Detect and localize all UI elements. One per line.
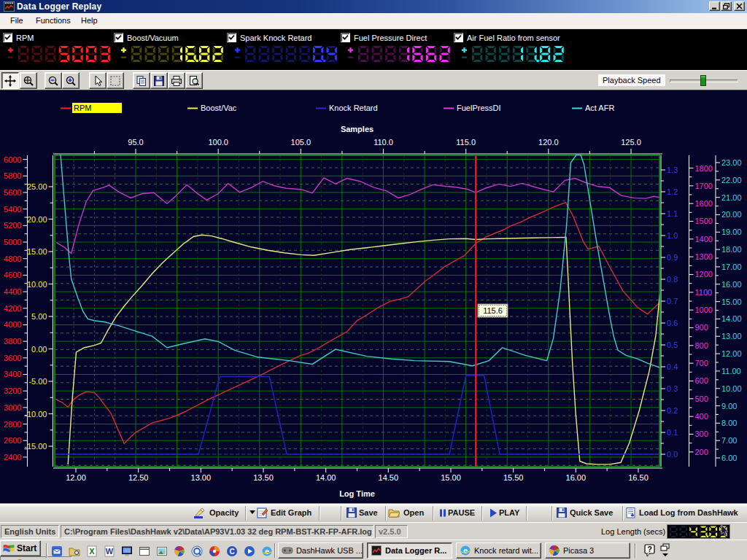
open-button-label[interactable]: Open <box>403 508 424 517</box>
axis-tick-label-afr: 12.00 <box>721 349 742 358</box>
task-label: Data Logger R... <box>385 546 446 555</box>
channel-checkbox-rpm[interactable]: RPM <box>3 33 34 42</box>
svg-text:e: e <box>265 547 269 556</box>
quick-save-icon[interactable] <box>556 507 568 519</box>
legend-label[interactable]: Boost/Vac <box>201 104 237 112</box>
cursor-tooltip-label: 115.6 <box>483 306 503 315</box>
menu-item-functions[interactable]: Functions <box>36 16 71 25</box>
legend-label[interactable]: Act AFR <box>585 104 614 112</box>
channel-label-boost: Boost/Vacuum <box>127 34 179 42</box>
close-button[interactable] <box>734 1 745 11</box>
taskbar-divider <box>274 543 276 558</box>
led-display-rpm <box>8 45 117 70</box>
task-button-picasa[interactable]: Picasa 3 <box>545 542 630 559</box>
transport-bar: OpacityEdit GraphSaveOpenPAUSEPLAYQuick … <box>0 503 747 522</box>
print-tool-button[interactable] <box>168 72 185 89</box>
legend-label[interactable]: RPM <box>74 104 91 112</box>
excel-icon[interactable]: X <box>86 545 98 557</box>
axis-tick-label-afr: 8.00 <box>721 419 737 427</box>
led-display-fuel <box>348 45 457 70</box>
folder-search-icon[interactable] <box>69 545 80 557</box>
picasa-small-icon[interactable] <box>174 545 185 557</box>
x-axis-title: Log Time <box>339 489 375 498</box>
photo-viewer-icon[interactable] <box>156 545 168 557</box>
transport-divider <box>526 506 527 521</box>
window-icon[interactable] <box>139 545 150 557</box>
pan-tool-button[interactable] <box>1 72 19 89</box>
chart-canvas[interactable]: RPMBoost/VacKnock RetardFuelPressDIAct A… <box>0 90 747 503</box>
channel-label-fuel: Fuel Pressure Direct <box>354 34 427 42</box>
select-rect-tool-button[interactable] <box>107 72 124 89</box>
edit-graph-icon[interactable] <box>257 507 268 519</box>
axis-tick-label-afr: 18.00 <box>721 245 742 254</box>
quicktime-icon[interactable] <box>191 545 203 557</box>
axis-tick-label-fuel: 400 <box>695 412 708 421</box>
channel-checkbox-boost[interactable]: Boost/Vacuum <box>114 33 179 42</box>
opacity-button-label[interactable]: Opacity <box>209 508 239 517</box>
task-button-dashhawk[interactable]: DashHawk USB ... <box>278 542 363 559</box>
axis-tick-label-afr: 9.00 <box>721 402 737 411</box>
checkbox-fuel[interactable] <box>341 33 350 42</box>
legend-label[interactable]: Knock Retard <box>329 104 378 112</box>
close-icon <box>736 3 743 9</box>
word-icon[interactable]: W <box>104 545 115 557</box>
restore-button[interactable] <box>721 1 732 11</box>
axis-tick-label-rpm: 5400 <box>4 205 21 214</box>
pointer-tool-button[interactable] <box>89 72 107 89</box>
save-button-label[interactable]: Save <box>359 508 378 517</box>
checkbox-boost[interactable] <box>114 33 123 42</box>
axis-tick-label-afr: 20.00 <box>721 210 742 219</box>
playback-speed-thumb[interactable] <box>700 75 706 86</box>
zoom-pan-tool-button[interactable] <box>20 72 37 89</box>
load-log-icon[interactable] <box>625 507 637 519</box>
channel-label-afr: Air Fuel Ratio from sensor <box>467 34 560 42</box>
bottom-axis-tick-label: 12.00 <box>66 473 86 482</box>
copy-tool-button[interactable] <box>133 72 150 89</box>
help-tray-icon[interactable]: ? <box>644 544 656 557</box>
outlook-express-icon[interactable] <box>51 545 63 557</box>
media-disc-icon[interactable] <box>209 545 220 557</box>
axis-tick-label-knock: 0.1 <box>667 428 678 437</box>
select-rect-tool-icon <box>109 75 121 87</box>
ie-small-icon[interactable]: e <box>261 545 273 557</box>
wmp-icon[interactable] <box>244 545 255 557</box>
bottom-axis-tick-label: 15.00 <box>441 473 461 482</box>
window-stack-tray-icon[interactable] <box>660 543 670 558</box>
checkbox-rpm[interactable] <box>3 33 12 42</box>
legend-label[interactable]: FuelPressDI <box>457 104 501 112</box>
axis-tick-label-rpm: 4000 <box>4 320 21 329</box>
zoom-in-tool-button[interactable] <box>62 72 80 89</box>
copernic-icon[interactable]: C <box>226 545 238 557</box>
menu-item-file[interactable]: File <box>10 16 23 25</box>
task-button-ie[interactable]: eKnock retard wit... <box>456 542 541 559</box>
menu-item-help[interactable]: Help <box>81 16 98 25</box>
pause-icon[interactable] <box>437 507 449 519</box>
edit-graph-button-label[interactable]: Edit Graph <box>271 508 311 517</box>
checkbox-knock[interactable] <box>227 33 236 42</box>
axis-tick-label-afr: 11.00 <box>721 367 741 376</box>
save-tool-button[interactable] <box>150 72 168 89</box>
transport-divider <box>319 506 320 521</box>
bottom-axis-tick-label: 12.50 <box>128 473 149 482</box>
checkbox-afr[interactable] <box>454 33 463 42</box>
load-log-button-label[interactable]: Load Log from DashHawk <box>639 508 738 517</box>
save-icon[interactable] <box>346 507 357 519</box>
display-icon[interactable] <box>121 545 133 557</box>
mouse-cursor <box>721 525 729 538</box>
zoom-out-tool-button[interactable] <box>44 72 62 89</box>
play-button-label[interactable]: PLAY <box>499 508 519 517</box>
quick-save-button-label[interactable]: Quick Save <box>570 508 613 517</box>
start-button[interactable]: Start <box>0 540 41 556</box>
opacity-icon[interactable] <box>193 507 205 519</box>
preview-tool-button[interactable] <box>185 72 203 89</box>
channel-checkbox-afr[interactable]: Air Fuel Ratio from sensor <box>454 33 560 42</box>
channel-checkbox-fuel[interactable]: Fuel Pressure Direct <box>341 33 427 42</box>
graph-toolbar: Playback Speed <box>0 70 747 90</box>
open-icon[interactable] <box>388 507 400 519</box>
transport-divider <box>245 506 247 521</box>
minimize-button[interactable] <box>709 1 720 11</box>
play-icon[interactable] <box>487 507 499 519</box>
pause-button-label[interactable]: PAUSE <box>448 508 475 517</box>
task-button-datalogger[interactable]: Data Logger R... <box>367 542 452 559</box>
channel-checkbox-knock[interactable]: Spark Knock Retard <box>227 33 311 42</box>
